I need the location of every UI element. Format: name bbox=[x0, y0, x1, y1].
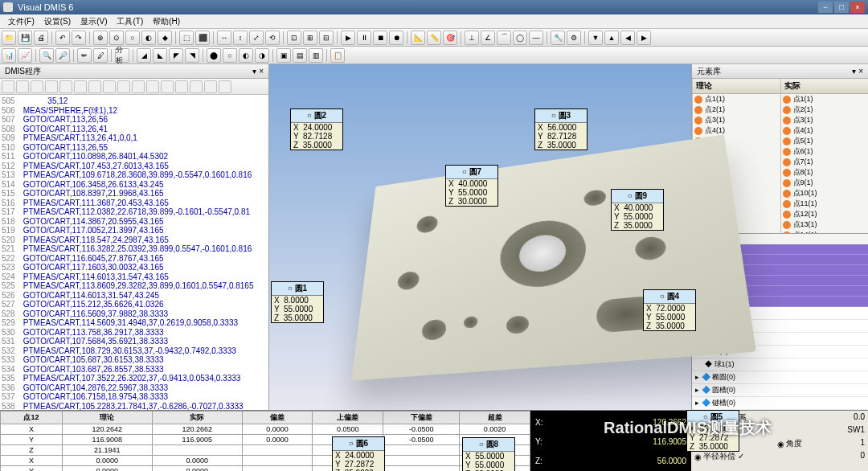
callout-c5[interactable]: ○ 圆1X 8.0000Y 55.0000Z 35.0000 bbox=[271, 281, 324, 323]
toolbar-button[interactable]: ⊡ bbox=[287, 31, 301, 45]
tree-item[interactable]: 点11(1) bbox=[781, 199, 869, 209]
feature-group[interactable]: ▸ 🔷 椭圆(0) bbox=[692, 371, 868, 384]
toolbar-button[interactable]: — bbox=[529, 31, 543, 45]
pin-icon[interactable]: ▾ bbox=[252, 67, 256, 76]
toolbar-button[interactable]: 🔧 bbox=[551, 31, 565, 45]
toolbar-button[interactable]: ▶ bbox=[341, 31, 355, 45]
toolbar-button[interactable]: ⊥ bbox=[465, 31, 479, 45]
toolbar-button[interactable]: ◣ bbox=[153, 48, 167, 63]
toolbar-button[interactable]: ○ bbox=[125, 31, 140, 45]
tree-item[interactable]: 点5(1) bbox=[781, 136, 869, 146]
toolbar-button[interactable]: ○ bbox=[223, 48, 237, 63]
close-button[interactable]: × bbox=[850, 2, 865, 13]
tree-item[interactable]: 点2(1) bbox=[781, 104, 869, 115]
callout-c8[interactable]: ○ 圆8X 55.0000Y 55.0000Z 30.0000 bbox=[462, 437, 515, 471]
tree-item[interactable]: 点1(1) bbox=[781, 94, 869, 104]
toolbar-button[interactable]: 🔎 bbox=[55, 48, 70, 63]
panel-toolbar-button[interactable] bbox=[132, 80, 145, 93]
viewport-3d[interactable]: ○ 圆2X 24.0000Y 82.7128Z 35.0000○ 圆3X 56.… bbox=[269, 64, 691, 410]
toolbar-button[interactable]: ⚙ bbox=[567, 31, 581, 45]
tree-item[interactable]: 点9(1) bbox=[781, 178, 869, 188]
feature-group[interactable]: ▸ 🔷 键槽(0) bbox=[692, 397, 868, 410]
panel-toolbar-button[interactable] bbox=[175, 80, 188, 93]
toolbar-button[interactable]: ◢ bbox=[137, 48, 151, 63]
unit-deg[interactable]: ◉ 角度 bbox=[777, 438, 802, 449]
minimize-button[interactable]: − bbox=[818, 2, 833, 13]
toolbar-button[interactable]: 📊 bbox=[2, 48, 16, 63]
toolbar-button[interactable]: 🖊 bbox=[93, 48, 108, 63]
toolbar-button[interactable]: ◑ bbox=[255, 48, 269, 63]
panel-toolbar-button[interactable] bbox=[74, 80, 87, 93]
toolbar-button[interactable]: ∠ bbox=[481, 31, 495, 45]
toolbar-button[interactable]: 📏 bbox=[427, 31, 441, 45]
toolbar-button[interactable]: ◤ bbox=[169, 48, 183, 63]
callout-c4[interactable]: ○ 圆9X 40.0000Y 55.0000Z 35.0000 bbox=[611, 189, 664, 231]
panel-toolbar-button[interactable] bbox=[31, 80, 43, 93]
toolbar-button[interactable]: ↕ bbox=[233, 31, 248, 45]
tree-item[interactable]: 点8(1) bbox=[781, 167, 869, 178]
panel-toolbar-button[interactable] bbox=[117, 80, 130, 93]
menu-item[interactable]: 显示(V) bbox=[76, 16, 112, 27]
panel-toolbar-button[interactable] bbox=[2, 80, 14, 93]
panel-toolbar-button[interactable] bbox=[146, 80, 159, 93]
toolbar-button[interactable]: 📐 bbox=[411, 31, 425, 45]
callout-c9[interactable]: ○ 圆6X 24.0000Y 27.2872Z 35.0000 bbox=[332, 436, 385, 471]
toolbar-button[interactable]: ⏺ bbox=[389, 31, 403, 45]
panel-toolbar-button[interactable] bbox=[103, 80, 116, 93]
callout-c7[interactable]: ○ 圆5X 56.0000Y 27.2872Z 35.0000 bbox=[686, 410, 739, 452]
toolbar-button[interactable]: ◐ bbox=[141, 31, 156, 45]
tree-item[interactable]: 点3(1) bbox=[693, 115, 780, 125]
tree-item[interactable]: 点1(1) bbox=[693, 94, 780, 104]
feature-group[interactable]: ▸ 🔷 圆槽(0) bbox=[692, 384, 868, 397]
menu-item[interactable]: 工具(T) bbox=[112, 16, 148, 27]
toolbar-button[interactable]: ▲ bbox=[604, 31, 619, 45]
panel-toolbar-button[interactable] bbox=[161, 80, 174, 93]
toolbar-button[interactable]: ▣ bbox=[276, 48, 291, 63]
menu-item[interactable]: 设置(S) bbox=[39, 16, 76, 27]
toolbar-button[interactable]: ⊕ bbox=[93, 31, 108, 45]
toolbar-button[interactable]: ↶ bbox=[55, 31, 70, 45]
toolbar-button[interactable]: ⏹ bbox=[373, 31, 387, 45]
toolbar-button[interactable]: 📋 bbox=[330, 48, 345, 63]
toolbar-button[interactable]: ⬚ bbox=[179, 31, 194, 45]
tree-actual[interactable]: 实际 点1(1)点2(1)点3(1)点4(1)点5(1)点6(1)点7(1)点8… bbox=[780, 79, 869, 233]
toolbar-button[interactable]: ◥ bbox=[185, 48, 199, 63]
toolbar-button[interactable]: ⏸ bbox=[357, 31, 371, 45]
toolbar-button[interactable]: ◐ bbox=[239, 48, 253, 63]
toolbar-button[interactable]: 🎯 bbox=[443, 31, 457, 45]
toolbar-button[interactable]: 📁 bbox=[2, 31, 16, 45]
tree-item[interactable]: 点7(1) bbox=[781, 157, 869, 167]
panel-toolbar-button[interactable] bbox=[45, 80, 58, 93]
toolbar-button[interactable]: ↷ bbox=[72, 31, 86, 45]
panel-close-icon[interactable]: × bbox=[259, 67, 264, 76]
toolbar-button[interactable]: 💾 bbox=[18, 31, 32, 45]
tree-item[interactable]: 点6(1) bbox=[781, 146, 869, 157]
callout-c3[interactable]: ○ 圆7X 40.0000Y 55.0000Z 30.0000 bbox=[445, 165, 498, 207]
toolbar-button[interactable]: ⊟ bbox=[319, 31, 334, 45]
panel-toolbar-button[interactable] bbox=[204, 80, 217, 93]
tree-item[interactable]: 点4(1) bbox=[781, 125, 869, 136]
callout-c2[interactable]: ○ 圆3X 56.0000Y 82.7128Z 35.0000 bbox=[534, 109, 588, 150]
toolbar-button[interactable]: ⟲ bbox=[265, 31, 280, 45]
panel-close-icon[interactable]: × bbox=[858, 67, 863, 76]
panel-toolbar-button[interactable] bbox=[190, 80, 203, 93]
feature-item[interactable]: ◆ 球1(1) bbox=[692, 358, 868, 371]
panel-toolbar-button[interactable] bbox=[59, 80, 72, 93]
toolbar-button[interactable]: ▥ bbox=[309, 48, 323, 63]
toolbar-button[interactable]: ▼ bbox=[588, 31, 603, 45]
tree-item[interactable]: 点2(1) bbox=[693, 104, 780, 115]
toolbar-button[interactable]: ⤢ bbox=[249, 31, 264, 45]
toolbar-button[interactable]: 分析 bbox=[115, 48, 129, 63]
menu-item[interactable]: 帮助(H) bbox=[148, 16, 185, 27]
toolbar-button[interactable]: 📈 bbox=[18, 48, 32, 63]
results-table[interactable]: 点12理论实际偏差上偏差下偏差超差X120.2642120.26620.0000… bbox=[0, 411, 530, 471]
panel-toolbar-button[interactable] bbox=[88, 80, 101, 93]
toolbar-button[interactable]: 🔍 bbox=[39, 48, 54, 63]
maximize-button[interactable]: □ bbox=[834, 2, 849, 13]
toolbar-button[interactable]: ⊙ bbox=[109, 31, 124, 45]
toolbar-button[interactable]: ↔ bbox=[217, 31, 231, 45]
radius-comp[interactable]: ◉ 半径补偿 ✓ bbox=[694, 451, 744, 462]
toolbar-button[interactable]: ⌒ bbox=[497, 31, 511, 45]
tree-item[interactable]: 点13(1) bbox=[781, 219, 869, 230]
callout-c1[interactable]: ○ 圆2X 24.0000Y 82.7128Z 35.0000 bbox=[290, 109, 343, 150]
